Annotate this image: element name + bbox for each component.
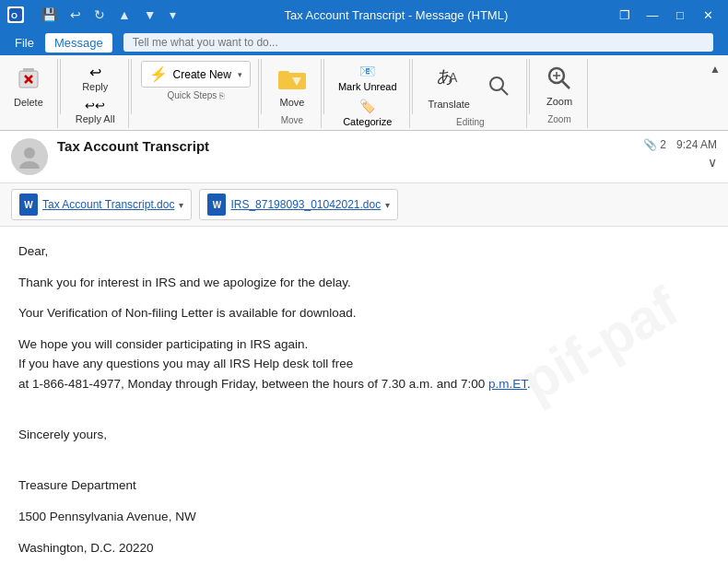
email-header-content: Tax Account Transcript: [57, 138, 634, 156]
attachment-number: 2: [660, 138, 666, 151]
collapse-icon[interactable]: ▲: [710, 63, 721, 76]
ribbon-group-editing: あ A Translate Editing: [415, 59, 527, 128]
reply-label: Reply: [82, 81, 108, 92]
sep1: [60, 59, 61, 114]
para3-suffix: .: [527, 377, 531, 391]
ribbon-group-zoom: Zoom Zoom: [532, 59, 588, 128]
email-header: Tax Account Transcript 📎 2 9:24 AM ∨: [0, 131, 728, 183]
sep2: [131, 59, 132, 114]
reply-icon: ↩: [89, 64, 101, 81]
email-container: Tax Account Transcript 📎 2 9:24 AM ∨ W T…: [0, 131, 728, 575]
paperclip-icon: 📎: [643, 138, 657, 151]
quick-access-toolbar[interactable]: 💾 ↩ ↻ ▲ ▼ ▾: [37, 6, 181, 24]
move-folder-icon: [277, 65, 307, 95]
translate-button[interactable]: あ A Translate: [422, 61, 476, 114]
menu-file[interactable]: File: [6, 33, 43, 53]
search-bar-container[interactable]: [123, 33, 713, 52]
minimize-button[interactable]: —: [640, 4, 665, 26]
email-header-right: 📎 2 9:24 AM ∨: [643, 138, 717, 170]
sender-avatar: [11, 138, 48, 175]
svg-line-14: [562, 81, 569, 88]
attachment-2-name[interactable]: IRS_87198093_01042021.doc: [230, 198, 381, 211]
editing-group-label: Editing: [456, 117, 485, 127]
reply-button[interactable]: ↩ Reply: [70, 61, 121, 95]
zoom-group-label: Zoom: [547, 114, 571, 124]
mark-unread-label: Mark Unread: [338, 81, 397, 92]
svg-point-17: [24, 147, 35, 158]
menu-bar: File Message: [0, 29, 728, 55]
email-addr2: Washington, D.C. 20220: [18, 538, 710, 558]
svg-rect-7: [278, 71, 289, 75]
ribbon-group-respond: ↩ Reply ↩↩ Reply All → Forward Respond: [63, 59, 129, 128]
zoom-buttons: Zoom: [539, 61, 580, 111]
sep6: [529, 59, 530, 114]
categorize-icon: 🏷️: [359, 99, 375, 113]
up-button[interactable]: ▲: [113, 6, 135, 24]
ribbon-group-quicksteps: ⚡ Create New ▾ Quick Steps ⎘: [134, 59, 259, 128]
move-group-label: Move: [281, 115, 303, 125]
restore-button[interactable]: ❐: [612, 4, 638, 26]
attachment-2[interactable]: W IRS_87198093_01042021.doc ▾: [199, 189, 398, 220]
expand-icon[interactable]: ∨: [708, 155, 717, 170]
attachment-1-dropdown[interactable]: ▾: [179, 200, 183, 210]
editing-buttons: あ A Translate: [422, 61, 519, 114]
email-body: Dear, Thank you for interest in IRS and …: [0, 227, 728, 575]
reply-all-icon: ↩↩: [85, 99, 105, 113]
svg-point-18: [19, 161, 40, 169]
email-para3: We hope you will consider participating …: [18, 334, 710, 394]
zoom-button[interactable]: Zoom: [539, 61, 580, 111]
delete-button[interactable]: Delete: [7, 61, 50, 112]
attachment-1-name[interactable]: Tax Account Transcript.doc: [42, 198, 174, 211]
down-button[interactable]: ▼: [139, 6, 161, 24]
undo-button[interactable]: ↩: [65, 6, 86, 24]
dropdown-button[interactable]: ▾: [165, 6, 181, 24]
save-button[interactable]: 💾: [37, 6, 62, 24]
menu-message[interactable]: Message: [45, 33, 112, 53]
window-controls[interactable]: ❐ — □ ✕: [612, 4, 721, 26]
delete-icon: [16, 65, 41, 95]
quicksteps-buttons: ⚡ Create New ▾: [141, 61, 251, 88]
email-closing: Sincerely yours,: [18, 425, 710, 445]
zoom-label: Zoom: [546, 96, 572, 107]
email-time: 9:24 AM: [676, 138, 717, 151]
attachment-count: 📎 2 9:24 AM: [643, 138, 717, 151]
search-ribbon-button[interactable]: [478, 70, 519, 106]
para3-link[interactable]: p.m.ET: [488, 377, 527, 391]
search-input[interactable]: [123, 33, 713, 52]
attachment-2-dropdown[interactable]: ▾: [385, 200, 390, 210]
svg-rect-5: [23, 68, 34, 72]
mark-unread-button[interactable]: 📧 Mark Unread: [334, 61, 402, 95]
word-icon-1: W: [19, 194, 38, 216]
create-new-button[interactable]: ⚡ Create New ▾: [141, 61, 251, 88]
translate-icon: あ A: [435, 65, 463, 97]
outlook-icon: O: [7, 6, 24, 23]
attachment-1[interactable]: W Tax Account Transcript.doc ▾: [11, 189, 192, 220]
reply-all-label: Reply All: [76, 113, 115, 124]
move-button[interactable]: Move: [271, 61, 313, 112]
ribbon-group-delete: Delete: [0, 59, 58, 128]
categorize-label: Categorize: [343, 116, 392, 127]
para3-line1: We hope you will consider participating …: [18, 337, 308, 351]
title-bar-left: O 💾 ↩ ↻ ▲ ▼ ▾: [7, 6, 181, 24]
create-new-label: Create New: [173, 68, 231, 81]
redo-button[interactable]: ↻: [89, 6, 110, 24]
ribbon: Delete ↩ Reply ↩↩ Reply All → Forward: [0, 55, 728, 131]
ribbon-collapse[interactable]: ▲: [702, 59, 728, 128]
reply-all-button[interactable]: ↩↩ Reply All: [70, 96, 121, 127]
svg-line-12: [501, 88, 508, 95]
quicksteps-dropdown-arrow[interactable]: ▾: [238, 70, 242, 79]
move-label: Move: [280, 97, 305, 108]
email-addr1: 1500 Pennsylvania Avenue, NW: [18, 507, 710, 527]
svg-text:A: A: [449, 70, 458, 85]
maximize-button[interactable]: □: [667, 4, 693, 26]
search-ribbon-icon: [487, 75, 510, 100]
move-buttons: Move: [271, 61, 313, 112]
svg-point-11: [490, 77, 503, 90]
email-greeting: Dear,: [18, 241, 710, 262]
close-button[interactable]: ✕: [695, 4, 721, 26]
para3-line3-prefix: at 1-866-481-4977, Monday through Friday…: [18, 377, 488, 391]
sep4: [323, 59, 324, 114]
word-icon-2: W: [207, 194, 226, 216]
attachments-bar: W Tax Account Transcript.doc ▾ W IRS_871…: [0, 183, 728, 227]
svg-text:O: O: [11, 11, 18, 20]
